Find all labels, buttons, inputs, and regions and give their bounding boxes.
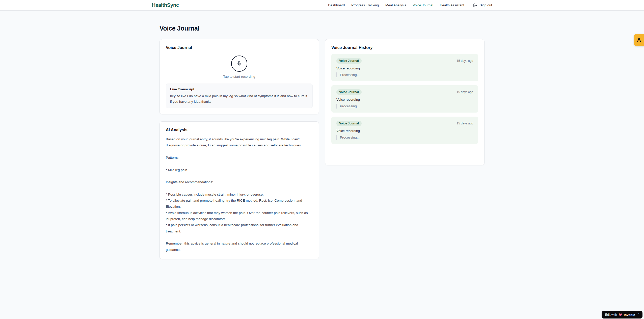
side-widget-logo-icon: Λ bbox=[637, 37, 641, 43]
history-entry[interactable]: Voice Journal 15 days ago Voice recordin… bbox=[331, 117, 478, 144]
side-widget-button[interactable]: Λ bbox=[634, 34, 644, 46]
nav-item-voice-journal[interactable]: Voice Journal bbox=[413, 3, 433, 7]
entry-status: Processing... bbox=[336, 104, 473, 109]
entry-header: Voice Journal 15 days ago bbox=[336, 58, 473, 64]
sign-out-button[interactable]: Sign out bbox=[473, 3, 492, 7]
entry-header: Voice Journal 15 days ago bbox=[336, 121, 473, 126]
lovable-badge[interactable]: Edit with lovable ✕ bbox=[602, 311, 642, 318]
entry-timestamp: 15 days ago bbox=[457, 90, 473, 94]
nav-item-health-assistant[interactable]: Health Assistant bbox=[440, 3, 464, 7]
lovable-close-button[interactable]: ✕ bbox=[638, 312, 640, 315]
nav-item-dashboard[interactable]: Dashboard bbox=[328, 3, 345, 7]
recorder-area: Tap to start recording bbox=[166, 54, 313, 78]
main-nav: Dashboard Progress Tracking Meal Analysi… bbox=[328, 3, 492, 7]
nav-item-meal-analysis[interactable]: Meal Analysis bbox=[385, 3, 406, 7]
voice-journal-card-title: Voice Journal bbox=[166, 45, 313, 50]
entry-type-badge: Voice Journal bbox=[336, 121, 362, 126]
microphone-icon bbox=[237, 61, 242, 67]
heart-icon bbox=[619, 313, 622, 317]
entry-summary: Voice recording bbox=[336, 129, 473, 133]
ai-analysis-body: Based on your journal entry, it sounds l… bbox=[166, 136, 313, 253]
entry-status: Processing... bbox=[336, 72, 473, 77]
entry-summary: Voice recording bbox=[336, 66, 473, 70]
live-transcript-title: Live Transcript bbox=[170, 87, 308, 91]
content-columns: Voice Journal Tap to start recording bbox=[159, 39, 485, 259]
logout-icon bbox=[473, 3, 477, 7]
entry-header: Voice Journal 15 days ago bbox=[336, 89, 473, 95]
right-column: Voice Journal History Voice Journal 15 d… bbox=[325, 39, 485, 165]
entry-type-badge: Voice Journal bbox=[336, 58, 362, 64]
history-entry[interactable]: Voice Journal 15 days ago Voice recordin… bbox=[331, 54, 478, 81]
page-title: Voice Journal bbox=[159, 25, 485, 32]
ai-analysis-card-title: AI Analysis bbox=[166, 128, 313, 132]
entry-timestamp: 15 days ago bbox=[457, 122, 473, 125]
live-transcript-box: Live Transcript hey so like I do have a … bbox=[166, 84, 313, 108]
app-header: HealthSync Dashboard Progress Tracking M… bbox=[0, 0, 644, 11]
page-main: Voice Journal Voice Journal bbox=[159, 11, 485, 259]
brand-logo[interactable]: HealthSync bbox=[152, 2, 179, 8]
header-container: HealthSync Dashboard Progress Tracking M… bbox=[152, 0, 492, 10]
history-entry[interactable]: Voice Journal 15 days ago Voice recordin… bbox=[331, 85, 478, 113]
entry-timestamp: 15 days ago bbox=[457, 59, 473, 63]
lovable-badge-prefix: Edit with bbox=[605, 313, 617, 316]
nav-item-progress-tracking[interactable]: Progress Tracking bbox=[351, 3, 379, 7]
ai-analysis-card: AI Analysis Based on your journal entry,… bbox=[159, 121, 319, 259]
record-hint: Tap to start recording bbox=[166, 75, 313, 78]
voice-journal-history-card: Voice Journal History Voice Journal 15 d… bbox=[325, 39, 485, 165]
entry-status: Processing... bbox=[336, 135, 473, 140]
live-transcript-text: hey so like I do have a mild pain in my … bbox=[170, 93, 308, 104]
voice-journal-card: Voice Journal Tap to start recording bbox=[159, 39, 319, 114]
record-button[interactable] bbox=[231, 56, 247, 72]
lovable-badge-brand: lovable bbox=[624, 313, 635, 317]
left-column: Voice Journal Tap to start recording bbox=[159, 39, 319, 259]
entry-type-badge: Voice Journal bbox=[336, 89, 362, 95]
entry-summary: Voice recording bbox=[336, 98, 473, 101]
sign-out-label: Sign out bbox=[479, 3, 492, 7]
history-card-title: Voice Journal History bbox=[331, 45, 478, 50]
